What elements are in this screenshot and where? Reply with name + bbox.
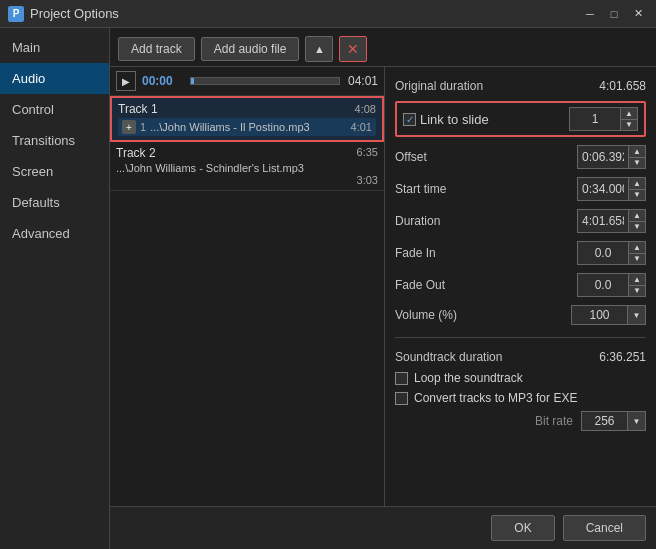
start-time-input[interactable] [578, 178, 628, 200]
bitrate-input[interactable] [582, 412, 627, 430]
volume-input[interactable] [572, 306, 627, 324]
close-button[interactable]: ✕ [628, 5, 648, 23]
fade-in-row: Fade In ▲ ▼ [395, 237, 646, 269]
soundtrack-duration-row: Soundtrack duration 6:36.251 [395, 346, 646, 368]
toolbar: Add track Add audio file ▲ ✕ [110, 28, 656, 67]
fade-out-spinbox[interactable]: ▲ ▼ [577, 273, 646, 297]
progress-bar-fill [191, 78, 194, 84]
offset-input[interactable] [578, 146, 628, 168]
offset-spin-down[interactable]: ▼ [629, 157, 645, 168]
duration-label: Duration [395, 214, 440, 228]
divider [395, 337, 646, 338]
track-name: Track 2 [116, 146, 156, 160]
playback-bar: ▶ 00:00 04:01 [110, 67, 384, 96]
add-track-button[interactable]: Add track [118, 37, 195, 61]
volume-dropdown-arrow[interactable]: ▼ [627, 306, 645, 324]
track-file-duration2: 3:03 [357, 174, 378, 186]
main-container: Main Audio Control Transitions Screen De… [0, 28, 656, 549]
fade-in-spinbox[interactable]: ▲ ▼ [577, 241, 646, 265]
volume-row: Volume (%) ▼ [395, 301, 646, 329]
offset-row: Offset ▲ ▼ [395, 141, 646, 173]
link-spinners: ▲ ▼ [620, 108, 637, 130]
bitrate-dropdown[interactable]: ▼ [581, 411, 646, 431]
cancel-button[interactable]: Cancel [563, 515, 646, 541]
link-spin-down[interactable]: ▼ [621, 119, 637, 130]
fade-in-input[interactable] [578, 242, 628, 264]
link-to-slide-checkbox[interactable]: ✓ Link to slide [403, 112, 489, 127]
bitrate-dropdown-arrow[interactable]: ▼ [627, 412, 645, 430]
file-index: 1 [140, 121, 146, 133]
original-duration-row: Original duration 4:01.658 [395, 75, 646, 97]
delete-icon: ✕ [347, 41, 359, 57]
window-controls: ─ □ ✕ [580, 5, 648, 23]
link-spin-up[interactable]: ▲ [621, 108, 637, 119]
end-time: 04:01 [346, 74, 378, 88]
soundtrack-duration-label: Soundtrack duration [395, 350, 502, 364]
fade-out-input[interactable] [578, 274, 628, 296]
sidebar-item-control[interactable]: Control [0, 94, 109, 125]
bitrate-label: Bit rate [535, 414, 573, 428]
start-time-label: Start time [395, 182, 446, 196]
play-button[interactable]: ▶ [116, 71, 136, 91]
fade-out-spin-down[interactable]: ▼ [629, 285, 645, 296]
duration-spinbox[interactable]: ▲ ▼ [577, 209, 646, 233]
start-time-spinbox[interactable]: ▲ ▼ [577, 177, 646, 201]
duration-spin-up[interactable]: ▲ [629, 210, 645, 221]
duration-spin-down[interactable]: ▼ [629, 221, 645, 232]
offset-spinbox[interactable]: ▲ ▼ [577, 145, 646, 169]
track-item[interactable]: Track 1 4:08 + 1 ...\John Williams - Il … [110, 96, 384, 142]
fade-in-label: Fade In [395, 246, 436, 260]
duration-spinners: ▲ ▼ [628, 210, 645, 232]
sidebar-item-audio[interactable]: Audio [0, 63, 109, 94]
track-list-panel: ▶ 00:00 04:01 Track 1 4:08 + [110, 67, 385, 506]
loop-row[interactable]: Loop the soundtrack [395, 368, 646, 388]
track-item[interactable]: Track 2 6:35 ...\John Williams - Schindl… [110, 142, 384, 191]
soundtrack-duration-value: 6:36.251 [599, 350, 646, 364]
link-to-slide-label: Link to slide [420, 112, 489, 127]
add-audio-button[interactable]: Add audio file [201, 37, 300, 61]
track-duration: 4:08 [355, 103, 376, 115]
sidebar-item-screen[interactable]: Screen [0, 156, 109, 187]
fade-in-spin-down[interactable]: ▼ [629, 253, 645, 264]
ok-button[interactable]: OK [491, 515, 554, 541]
link-to-slide-row: ✓ Link to slide ▲ ▼ [395, 101, 646, 137]
track-header: Track 1 4:08 [118, 102, 376, 116]
current-time: 00:00 [142, 74, 184, 88]
start-time-spinners: ▲ ▼ [628, 178, 645, 200]
move-up-button[interactable]: ▲ [305, 36, 333, 62]
link-to-slide-input[interactable] [570, 108, 620, 130]
title-bar: P Project Options ─ □ ✕ [0, 0, 656, 28]
fade-out-row: Fade Out ▲ ▼ [395, 269, 646, 301]
sidebar-item-main[interactable]: Main [0, 32, 109, 63]
progress-bar[interactable] [190, 77, 340, 85]
fade-out-spin-up[interactable]: ▲ [629, 274, 645, 285]
volume-dropdown[interactable]: ▼ [571, 305, 646, 325]
track-duration: 6:35 [357, 146, 378, 160]
content-area: Add track Add audio file ▲ ✕ ▶ 00:00 [110, 28, 656, 549]
sidebar-item-advanced[interactable]: Advanced [0, 218, 109, 249]
start-spin-down[interactable]: ▼ [629, 189, 645, 200]
expand-button[interactable]: + [122, 120, 136, 134]
sidebar-item-transitions[interactable]: Transitions [0, 125, 109, 156]
duration-row: Duration ▲ ▼ [395, 205, 646, 237]
duration-input[interactable] [578, 210, 628, 232]
volume-label: Volume (%) [395, 308, 457, 322]
start-spin-up[interactable]: ▲ [629, 178, 645, 189]
fade-in-spin-up[interactable]: ▲ [629, 242, 645, 253]
link-to-slide-spinbox[interactable]: ▲ ▼ [569, 107, 638, 131]
play-icon: ▶ [122, 76, 130, 87]
sidebar-item-defaults[interactable]: Defaults [0, 187, 109, 218]
middle-section: ▶ 00:00 04:01 Track 1 4:08 + [110, 67, 656, 506]
delete-button[interactable]: ✕ [339, 36, 367, 62]
minimize-button[interactable]: ─ [580, 5, 600, 23]
fade-in-spinners: ▲ ▼ [628, 242, 645, 264]
sidebar: Main Audio Control Transitions Screen De… [0, 28, 110, 549]
offset-spin-up[interactable]: ▲ [629, 146, 645, 157]
checkbox-indicator: ✓ [403, 113, 416, 126]
maximize-button[interactable]: □ [604, 5, 624, 23]
loop-checkbox[interactable] [395, 372, 408, 385]
window-title: Project Options [30, 6, 580, 21]
convert-row[interactable]: Convert tracks to MP3 for EXE [395, 388, 646, 408]
convert-checkbox[interactable] [395, 392, 408, 405]
track-file-duration: 4:01 [351, 121, 372, 133]
